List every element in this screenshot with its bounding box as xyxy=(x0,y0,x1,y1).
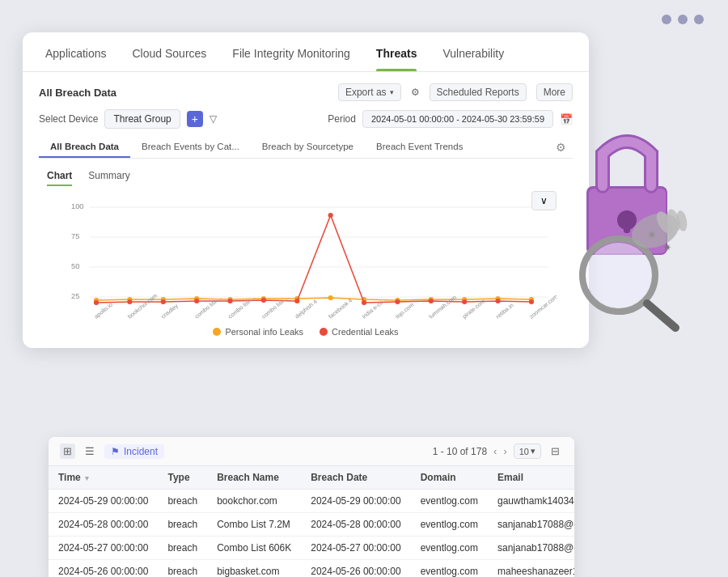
cell-time: 2024-05-27 00:00:00 xyxy=(49,537,158,560)
svg-rect-54 xyxy=(624,220,630,233)
per-page-caret: ▾ xyxy=(531,446,535,456)
main-tabs: Applications Cloud Sources File Integrit… xyxy=(23,32,589,72)
export-caret: ▾ xyxy=(390,88,394,96)
cell-domain: eventlog.com xyxy=(411,537,488,560)
svg-point-24 xyxy=(127,299,132,304)
settings-icon-subtabs[interactable]: ⚙ xyxy=(549,138,573,157)
tab-cloud-sources[interactable]: Cloud Sources xyxy=(133,47,207,71)
col-type[interactable]: Type xyxy=(158,466,207,490)
cell-type: breach xyxy=(158,537,207,560)
cell-time: 2024-05-28 00:00:00 xyxy=(49,513,158,537)
tab-vulnerability[interactable]: Vulnerability xyxy=(442,47,504,71)
chart-dropdown[interactable]: ∨ xyxy=(531,191,557,210)
cell-breach-name: Combo List 7.2M xyxy=(207,513,301,537)
period-input[interactable]: 2024-05-01 00:00:00 - 2024-05-30 23:59:5… xyxy=(362,110,553,128)
add-filter-button[interactable]: + xyxy=(187,111,203,127)
table-toolbar-left: ⊞ ☰ ⚑ Incident xyxy=(60,443,164,459)
svg-point-26 xyxy=(194,299,199,303)
svg-point-36 xyxy=(529,299,534,304)
sub-tabs-left: All Breach Data Breach Events by Cat... … xyxy=(39,137,474,158)
cell-type: breach xyxy=(158,513,207,537)
cell-breach-date: 2024-05-29 00:00:00 xyxy=(301,490,410,513)
col-domain[interactable]: Domain xyxy=(411,466,488,490)
svg-point-28 xyxy=(261,298,266,303)
cell-email: sanjanab17088@eventlog.com xyxy=(488,513,574,537)
chart-svg: 100 75 50 25 Count xyxy=(71,199,557,320)
cell-time: 2024-05-29 00:00:00 xyxy=(49,490,158,513)
prev-page-button[interactable]: ‹ xyxy=(493,445,497,457)
pagination-info: 1 - 10 of 178 xyxy=(433,446,487,457)
settings-icon: ⚙ xyxy=(411,87,420,98)
calendar-icon[interactable]: 📅 xyxy=(560,113,573,125)
more-button[interactable]: More xyxy=(536,83,573,101)
svg-text:liqo.com: liqo.com xyxy=(395,302,416,320)
svg-text:✷: ✷ xyxy=(663,242,671,253)
export-label: Export as xyxy=(345,87,387,98)
table-row: 2024-05-29 00:00:00 breach bookchor.com … xyxy=(49,490,574,513)
incident-badge: ⚑ Incident xyxy=(104,444,164,459)
col-time-label: Time xyxy=(58,472,81,483)
svg-point-25 xyxy=(161,299,166,304)
svg-point-34 xyxy=(462,299,467,304)
svg-point-60 xyxy=(627,207,684,254)
sub-tab-all-breach[interactable]: All Breach Data xyxy=(39,137,130,158)
svg-point-53 xyxy=(617,210,637,230)
export-button[interactable]: Export as ▾ xyxy=(338,83,401,101)
cell-domain: eventlog.com xyxy=(411,560,488,578)
list-view-button[interactable]: ☰ xyxy=(82,443,98,459)
cell-type: breach xyxy=(158,560,207,578)
per-page-value: 10 xyxy=(519,447,529,456)
grid-view-button[interactable]: ⊞ xyxy=(60,443,75,459)
sub-tab-breach-events[interactable]: Breach Events by Cat... xyxy=(130,137,251,158)
column-settings-icon[interactable]: ⊟ xyxy=(548,443,563,459)
legend-credential-label: Credential Leaks xyxy=(332,327,399,337)
svg-point-58 xyxy=(586,243,651,308)
next-page-button[interactable]: › xyxy=(503,445,506,457)
sub-tabs: All Breach Data Breach Events by Cat... … xyxy=(39,137,573,159)
col-breach-name[interactable]: Breach Name xyxy=(207,466,301,490)
legend-red-dot xyxy=(320,328,328,336)
tab-applications[interactable]: Applications xyxy=(45,47,107,71)
svg-point-32 xyxy=(395,299,400,304)
svg-text:crisdley: crisdley xyxy=(160,303,180,320)
cell-breach-date: 2024-05-28 00:00:00 xyxy=(301,513,410,537)
chart-container: Chart Summary ∨ 100 75 50 25 Co xyxy=(39,167,573,337)
svg-point-63 xyxy=(675,210,688,232)
chart-tab-chart[interactable]: Chart xyxy=(47,170,72,186)
table-toolbar-right: 1 - 10 of 178 ‹ › 10 ▾ ⊟ xyxy=(433,443,563,459)
svg-text:facebook 4: facebook 4 xyxy=(328,297,353,320)
filter-row: Select Device Threat Group + ▽ Period 20… xyxy=(39,109,573,129)
chart-legend: Personal info Leaks Credential Leaks xyxy=(39,327,573,337)
col-time[interactable]: Time ▾ xyxy=(49,466,158,490)
device-select[interactable]: Threat Group xyxy=(104,109,180,129)
window-dot-1 xyxy=(662,15,671,24)
col-email[interactable]: Email xyxy=(488,466,574,490)
svg-text:✷: ✷ xyxy=(647,228,657,241)
incident-label: Incident xyxy=(124,446,158,457)
content-area: All Breach Data Export as ▾ ⚙ Scheduled … xyxy=(23,72,589,348)
cell-breach-name: bookchor.com xyxy=(207,490,301,513)
svg-point-29 xyxy=(294,299,299,303)
tab-file-integrity[interactable]: File Integrity Monitoring xyxy=(232,47,350,71)
cell-type: breach xyxy=(158,490,207,513)
svg-point-62 xyxy=(665,207,684,232)
scheduled-reports-button[interactable]: Scheduled Reports xyxy=(430,83,527,101)
tab-threats[interactable]: Threats xyxy=(376,47,417,71)
window-dot-3 xyxy=(694,15,704,24)
sub-tab-breach-trends[interactable]: Breach Event Trends xyxy=(365,137,474,158)
main-card: Applications Cloud Sources File Integrit… xyxy=(23,32,589,348)
legend-personal-label: Personal info Leaks xyxy=(225,327,303,337)
per-page-select[interactable]: 10 ▾ xyxy=(514,443,541,459)
svg-point-61 xyxy=(654,209,677,236)
col-breach-date[interactable]: Breach Date xyxy=(301,466,410,490)
chart-tab-summary[interactable]: Summary xyxy=(88,170,129,186)
sub-tab-breach-sourcetype[interactable]: Breach by Sourcetype xyxy=(251,137,365,158)
scheduled-label: Scheduled Reports xyxy=(437,87,519,98)
svg-point-31 xyxy=(362,300,366,305)
cell-time: 2024-05-26 00:00:00 xyxy=(49,560,158,578)
svg-text:bookchor.com: bookchor.com xyxy=(126,292,159,320)
col-domain-label: Domain xyxy=(421,472,456,483)
table-toolbar: ⊞ ☰ ⚑ Incident 1 - 10 of 178 ‹ › 10 ▾ ⊟ xyxy=(49,437,574,466)
svg-text:100: 100 xyxy=(71,202,84,210)
svg-point-35 xyxy=(495,299,500,303)
